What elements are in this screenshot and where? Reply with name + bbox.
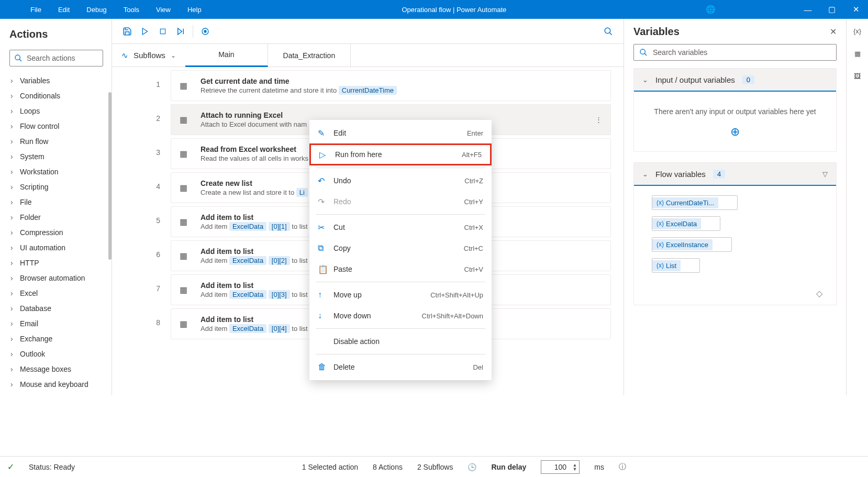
line-numbers: 12345678 xyxy=(112,67,171,395)
environment-icon[interactable]: 🌐 xyxy=(698,5,722,14)
action-category[interactable]: ›Variables xyxy=(9,73,103,88)
flow-variables-header[interactable]: ⌄ Flow variables 4 ▽ xyxy=(634,163,836,186)
filter-icon[interactable]: ▽ xyxy=(822,170,828,178)
action-category[interactable]: ›Flow control xyxy=(9,118,103,134)
flow-variable-chip[interactable]: (x) ExcelData xyxy=(652,216,720,231)
record-button[interactable] xyxy=(196,23,214,40)
action-category[interactable]: ›Outlook xyxy=(9,346,103,361)
variables-panel: Variables ✕ Search variables ⌄ Input / o… xyxy=(624,19,846,395)
flow-variable-chip[interactable]: (x) ExcelInstance xyxy=(652,237,732,252)
svg-point-0 xyxy=(15,55,20,60)
action-category[interactable]: ›Conditionals xyxy=(9,88,103,103)
action-category[interactable]: ›Message boxes xyxy=(9,361,103,376)
save-button[interactable] xyxy=(118,23,136,40)
subflows-icon: ∿ xyxy=(121,51,128,60)
line-number: 5 xyxy=(112,203,171,237)
tab-main[interactable]: Main xyxy=(185,44,268,67)
line-number: 6 xyxy=(112,237,171,271)
variables-title: Variables xyxy=(633,26,830,38)
action-category[interactable]: ›Workstation xyxy=(9,164,103,179)
context-menu-item[interactable]: ↑Move upCtrl+Shift+Alt+Up xyxy=(309,284,492,305)
flow-variable-chip[interactable]: (x) List xyxy=(652,258,700,273)
action-category[interactable]: ›Excel xyxy=(9,285,103,301)
context-menu-item[interactable]: ✎EditEnter xyxy=(309,123,492,143)
action-category[interactable]: ›Scripting xyxy=(9,179,103,194)
ui-elements-tab-icon[interactable]: ▦ xyxy=(854,50,861,58)
chevron-down-icon: ⌄ xyxy=(642,76,648,84)
context-menu-item[interactable]: ↓Move downCtrl+Shift+Alt+Down xyxy=(309,305,492,326)
line-number: 8 xyxy=(112,305,171,339)
context-menu-item[interactable]: Disable action xyxy=(309,331,492,352)
variables-tab-icon[interactable]: {x} xyxy=(853,27,861,35)
svg-point-7 xyxy=(204,30,206,32)
action-category[interactable]: ›Compression xyxy=(9,225,103,240)
actions-search[interactable]: Search actions xyxy=(9,50,103,66)
subflows-dropdown[interactable]: ∿ Subflows ⌄ xyxy=(112,51,185,60)
menu-debug[interactable]: Debug xyxy=(78,6,115,14)
menu-edit[interactable]: Edit xyxy=(50,6,78,14)
maximize-icon[interactable]: ▢ xyxy=(820,5,844,14)
images-tab-icon[interactable]: 🖼 xyxy=(854,72,861,80)
context-menu-item[interactable]: 📋PasteCtrl+V xyxy=(309,259,492,280)
action-category[interactable]: ›Database xyxy=(9,301,103,316)
chevron-down-icon: ⌄ xyxy=(171,52,176,59)
add-io-variable-button[interactable]: ⊕ xyxy=(634,125,836,151)
action-category[interactable]: ›Run flow xyxy=(9,134,103,149)
clear-variables-icon[interactable]: ◇ xyxy=(634,289,836,305)
menu-tools[interactable]: Tools xyxy=(115,6,148,14)
run-delay-label: Run delay xyxy=(491,463,526,471)
line-number: 4 xyxy=(112,169,171,203)
context-menu-item[interactable]: ✂CutCtrl+X xyxy=(309,217,492,238)
close-variables-icon[interactable]: ✕ xyxy=(830,27,837,37)
io-variables-header[interactable]: ⌄ Input / output variables 0 xyxy=(634,69,836,92)
svg-point-10 xyxy=(640,49,645,54)
menu-file[interactable]: File xyxy=(22,6,50,14)
info-icon[interactable]: ⓘ xyxy=(619,462,626,472)
action-category[interactable]: ›UI automation xyxy=(9,240,103,255)
action-category[interactable]: ›Email xyxy=(9,316,103,331)
action-category[interactable]: ›System xyxy=(9,149,103,164)
variables-search[interactable]: Search variables xyxy=(633,44,837,61)
context-menu-item[interactable]: ▷Run from hereAlt+F5 xyxy=(309,143,492,165)
svg-marker-2 xyxy=(142,28,147,35)
close-icon[interactable]: ✕ xyxy=(844,5,868,14)
toolbar xyxy=(112,19,624,44)
action-category[interactable]: ›HTTP xyxy=(9,255,103,270)
action-category[interactable]: ›Browser automation xyxy=(9,270,103,285)
context-menu-item[interactable]: ⧉CopyCtrl+C xyxy=(309,238,492,259)
context-menu-item[interactable]: ↶UndoCtrl+Z xyxy=(309,170,492,191)
tab-data-extraction[interactable]: Data_Extraction xyxy=(268,44,351,67)
io-variables-empty: There aren't any input or output variabl… xyxy=(634,92,836,125)
action-category[interactable]: ›Mouse and keyboard xyxy=(9,376,103,392)
chevron-down-icon: ⌄ xyxy=(642,170,648,178)
actions-count: 8 Actions xyxy=(373,463,403,471)
titlebar: File Edit Debug Tools View Help Operatio… xyxy=(0,0,868,19)
action-category[interactable]: ›Folder xyxy=(9,209,103,225)
subflow-bar: ∿ Subflows ⌄ Main Data_Extraction xyxy=(112,44,624,67)
stop-button[interactable] xyxy=(154,23,172,40)
io-variables-count: 0 xyxy=(742,75,754,84)
flow-variables-count: 4 xyxy=(713,170,725,179)
flow-variables-list: (x) CurrentDateTi...(x) ExcelData(x) Exc… xyxy=(634,186,836,289)
action-category[interactable]: ›Loops xyxy=(9,103,103,118)
action-categories: ›Variables›Conditionals›Loops›Flow contr… xyxy=(9,73,103,395)
io-variables-section: ⌄ Input / output variables 0 There aren'… xyxy=(633,68,837,152)
minimize-icon[interactable]: — xyxy=(796,5,820,14)
flow-variable-chip[interactable]: (x) CurrentDateTi... xyxy=(652,195,738,210)
svg-line-1 xyxy=(19,59,21,61)
svg-point-8 xyxy=(605,28,610,34)
menu-view[interactable]: View xyxy=(148,6,179,14)
status-bar: ✓ Status: Ready 1 Selected action 8 Acti… xyxy=(0,456,868,477)
flow-variables-section: ⌄ Flow variables 4 ▽ (x) CurrentDateTi..… xyxy=(633,162,837,305)
action-category[interactable]: ›Exchange xyxy=(9,331,103,346)
search-flow-button[interactable] xyxy=(599,23,617,40)
run-button[interactable] xyxy=(136,23,154,40)
line-number: 3 xyxy=(112,135,171,169)
action-category[interactable]: ›File xyxy=(9,194,103,209)
run-delay-input[interactable]: 100▲▼ xyxy=(541,460,580,474)
step-button[interactable] xyxy=(172,23,190,40)
context-menu-item[interactable]: 🗑DeleteDel xyxy=(309,357,492,378)
menu-help[interactable]: Help xyxy=(179,6,210,14)
scrollbar-thumb[interactable] xyxy=(108,92,112,260)
flow-step[interactable]: ▦Get current date and timeRetrieve the c… xyxy=(171,70,611,101)
